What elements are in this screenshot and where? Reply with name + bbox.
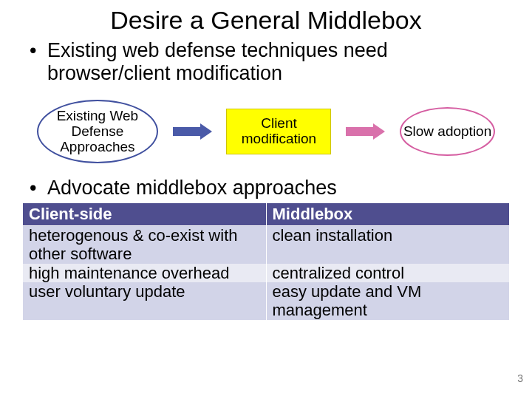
cell: centralized control xyxy=(266,264,510,282)
table-row: user voluntary update easy update and VM… xyxy=(23,282,510,320)
bullet-2: Advocate middlebox approaches xyxy=(30,177,510,200)
flow-diagram: Existing Web Defense Approaches Client m… xyxy=(30,100,502,163)
cell: high maintenance overhead xyxy=(23,264,267,282)
bullet-1: Existing web defense techniques need bro… xyxy=(30,39,510,85)
node-existing-approaches: Existing Web Defense Approaches xyxy=(37,100,158,163)
table-header-client: Client-side xyxy=(23,203,267,226)
node-client-modification: Client modification xyxy=(226,109,331,154)
arrow-icon xyxy=(346,123,385,140)
cell: user voluntary update xyxy=(23,282,267,320)
cell: heterogenous & co-exist with other softw… xyxy=(23,226,267,264)
table-row: heterogenous & co-exist with other softw… xyxy=(23,226,510,264)
page-number: 3 xyxy=(517,372,523,384)
cell: easy update and VM management xyxy=(266,282,510,320)
table-row: high maintenance overhead centralized co… xyxy=(23,264,510,282)
slide-title: Desire a General Middlebox xyxy=(0,6,532,35)
cell: clean installation xyxy=(266,226,510,264)
arrow-icon xyxy=(173,123,212,140)
table-header-middlebox: Middlebox xyxy=(266,203,510,226)
node-slow-adoption: Slow adoption xyxy=(400,107,495,156)
comparison-table: Client-side Middlebox heterogenous & co-… xyxy=(22,202,510,319)
